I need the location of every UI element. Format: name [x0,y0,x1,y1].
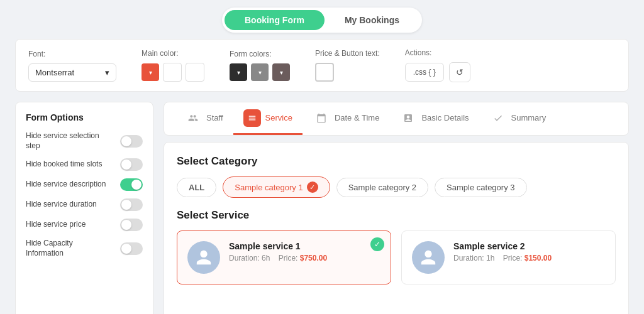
summary-icon [489,109,507,127]
toggle-5[interactable] [120,242,143,255]
service-card-1[interactable]: Sample service 1 Duration: 6h Price: $75… [177,230,391,284]
step-datetime-label: Date & Time [335,113,380,122]
main-color-swatch-white2[interactable] [186,63,204,82]
tab-booking-form[interactable]: Booking Form [225,10,325,30]
sidebar-title: Form Options [26,112,143,122]
service-meta-1: Duration: 6h Price: $750.00 [229,254,380,263]
basicdetails-icon [399,109,417,127]
tab-my-bookings[interactable]: My Bookings [325,10,419,30]
price-button-group: Price & Button text: [315,49,380,82]
step-service[interactable]: Service [233,102,303,135]
step-service-label: Service [265,113,292,122]
toolbar: Font: Montserrat ▾ Main color: ▾ Form co… [15,39,629,92]
sidebar-option-label-0: Hide service selection step [26,131,108,151]
main-color-dropdown-icon[interactable]: ▾ [142,63,159,81]
content-area: Staff Service Date & Time Basic Details [164,102,629,314]
price-color-swatch[interactable] [315,63,334,82]
refresh-button[interactable]: ↺ [449,62,470,82]
price-button-swatches [315,63,380,82]
form-colors-group: Form colors: ▾ ▾ ▾ [230,50,290,81]
sidebar-option-label-2: Hide service description [26,180,106,190]
main-color-swatch-white[interactable] [163,63,182,82]
steps-nav: Staff Service Date & Time Basic Details [164,102,629,136]
toggle-4[interactable] [120,219,143,231]
select-category-title: Select Category [177,155,616,168]
main-color-swatches: ▾ [142,63,204,82]
service-info-1: Sample service 1 Duration: 6h Price: $75… [229,241,380,263]
sidebar-option-label-3: Hide service duration [26,200,97,210]
service-info-2: Sample service 2 Duration: 1h Price: $15… [453,241,605,263]
staff-icon [184,109,202,127]
step-staff-label: Staff [206,113,223,122]
step-basicdetails-label: Basic Details [421,113,469,122]
service-avatar-2 [412,241,445,274]
css-button[interactable]: .css { } [405,63,444,82]
service-price-label-1: Price: [279,254,298,263]
sidebar: Form Options Hide service selection step… [15,102,153,314]
actions-label: Actions: [405,48,470,57]
form-color-dropdown1[interactable]: ▾ [230,63,247,81]
service-name-2: Sample service 2 [453,241,605,251]
select-service-title: Select Service [177,209,616,222]
sidebar-option-hide-service-duration: Hide service duration [26,198,143,211]
datetime-icon [313,109,330,127]
step-basic-details[interactable]: Basic Details [389,102,479,135]
sidebar-option-label-5: Hide Capacity Information [26,239,108,258]
service-duration-2: Duration: 1h [453,254,494,263]
font-group: Font: Montserrat ▾ [28,50,116,82]
form-colors-label: Form colors: [230,50,290,58]
main-color-group: Main color: ▾ [142,49,204,82]
service-price-1: $750.00 [300,254,327,263]
main-color-label: Main color: [142,49,204,58]
category-pill-3[interactable]: Sample category 3 [435,178,526,197]
step-date-time[interactable]: Date & Time [303,102,390,135]
actions-group: Actions: .css { } ↺ [405,48,470,82]
font-value: Montserrat [35,68,74,77]
sidebar-option-hide-capacity: Hide Capacity Information [26,239,143,258]
form-color-dropdown2[interactable]: ▾ [251,63,269,81]
font-chevron-icon: ▾ [105,68,109,77]
service-price-label-2: Price: [503,254,523,263]
category-pill-2[interactable]: Sample category 2 [336,178,428,197]
sidebar-option-hide-service-selection: Hide service selection step [26,131,143,151]
sidebar-option-label-1: Hide booked time slots [26,160,102,170]
top-nav: Booking Form My Bookings [0,0,644,39]
step-summary[interactable]: Summary [479,102,557,135]
service-name-1: Sample service 1 [229,241,380,251]
toggle-3[interactable] [120,198,143,211]
category-all[interactable]: ALL [177,178,216,197]
toggle-0[interactable] [120,135,143,148]
service-meta-2: Duration: 1h Price: $150.00 [453,254,605,263]
toggle-2[interactable] [120,178,143,191]
font-label: Font: [28,50,116,58]
actions-buttons: .css { } ↺ [405,62,470,82]
services-row: Sample service 1 Duration: 6h Price: $75… [177,230,616,284]
sidebar-option-hide-service-desc: Hide service description [26,178,143,191]
form-content: Select Category ALL Sample category 1 Sa… [164,142,629,314]
service-price-2: $150.00 [525,254,552,263]
nav-tabs: Booking Form My Bookings [222,8,422,33]
form-color-dropdown3[interactable]: ▾ [272,63,290,81]
sidebar-option-hide-service-price: Hide service price [26,219,143,231]
step-summary-label: Summary [511,113,547,122]
service-check-badge-1: ✓ [370,237,384,251]
main-layout: Form Options Hide service selection step… [0,102,644,314]
service-duration-1: Duration: 6h [229,254,270,263]
form-color-swatches: ▾ ▾ ▾ [230,63,290,81]
price-button-label: Price & Button text: [315,49,380,58]
sidebar-option-label-4: Hide service price [26,220,86,230]
step-staff[interactable]: Staff [174,102,233,135]
service-avatar-1 [187,241,220,274]
service-icon [243,109,261,127]
service-card-2[interactable]: Sample service 2 Duration: 1h Price: $15… [401,230,616,284]
category-pill-1[interactable]: Sample category 1 [223,176,330,198]
category-row: ALL Sample category 1 Sample category 2 … [177,176,616,198]
font-select[interactable]: Montserrat ▾ [28,63,116,82]
sidebar-option-hide-booked-time: Hide booked time slots [26,158,143,171]
toggle-1[interactable] [120,158,143,171]
